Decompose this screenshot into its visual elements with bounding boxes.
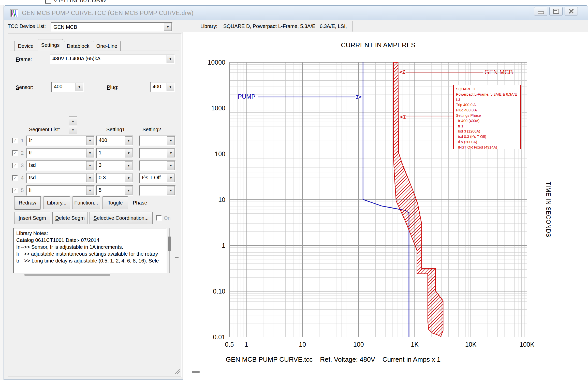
chevron-down-icon[interactable]: ▼ — [167, 136, 175, 145]
chevron-down-icon[interactable]: ▼ — [125, 149, 133, 157]
device-info-box[interactable]: SQUARE D Powerpact L-Frame, 5.3A/E & 6.3… — [453, 85, 521, 149]
segment-number: 4 — [21, 175, 24, 181]
svg-text:100: 100 — [215, 150, 225, 157]
chart-hscrollbar-thumb[interactable] — [192, 371, 200, 373]
restore-button[interactable] — [549, 7, 563, 16]
panel-resize-grip[interactable] — [173, 368, 180, 374]
screen: { "window": { "title": "GEN MCB PUMP CUR… — [0, 0, 588, 380]
svg-text:1000: 1000 — [211, 105, 225, 112]
background-window-strip: VT-1LINE001.DRW — [0, 0, 588, 5]
svg-text:1K: 1K — [411, 341, 419, 348]
chevron-down-icon[interactable]: ▼ — [86, 149, 94, 157]
frame-label: Frame: — [16, 56, 32, 62]
segment-name-combobox[interactable]: Isd ▼ — [26, 160, 95, 171]
chart-footer: GEN MCB PUMP CURVE.tcc Ref. Voltage: 480… — [226, 356, 440, 363]
svg-text:0.5: 0.5 — [225, 341, 234, 348]
device-list-value: GEN MCB — [51, 23, 164, 31]
segment-down-button[interactable]: ▼ — [69, 126, 77, 134]
window-controls — [534, 7, 578, 16]
background-tab-label[interactable]: VT-1LINE001.DRW — [53, 0, 106, 4]
segment-enabled-checkbox[interactable]: ✓ — [12, 138, 18, 143]
notes-scrollbar-mark[interactable] — [175, 257, 179, 258]
segment-number: 2 — [21, 150, 24, 156]
segment-enabled-checkbox[interactable]: ✓ — [12, 175, 18, 181]
redraw-button[interactable]: Redraw — [14, 196, 41, 209]
segment-name-combobox[interactable]: Ii ▼ — [26, 185, 95, 196]
chevron-down-icon[interactable]: ▼ — [125, 174, 133, 182]
setting1-combobox[interactable]: 3 ▼ — [96, 160, 133, 171]
chevron-down-icon[interactable]: ▼ — [86, 174, 94, 182]
sensor-combobox[interactable]: 400 ▼ — [51, 82, 84, 92]
plug-combobox[interactable]: 400 ▼ — [150, 82, 175, 92]
chevron-down-icon[interactable]: ▼ — [167, 149, 175, 157]
setting1-combobox[interactable]: 0.3 ▼ — [96, 173, 133, 183]
delete-segment-button[interactable]: Delete Segm — [52, 212, 87, 224]
svg-text:100: 100 — [353, 341, 364, 348]
restore-icon — [553, 9, 559, 14]
desktop-left-gutter — [0, 5, 4, 380]
svg-text:1: 1 — [222, 242, 225, 249]
tab-settings[interactable]: Settings — [38, 39, 63, 51]
segment-enabled-checkbox[interactable]: ✓ — [12, 188, 18, 193]
segment-name-combobox[interactable]: Ir ▼ — [26, 136, 95, 146]
chevron-down-icon[interactable]: ▼ — [167, 161, 175, 170]
selective-coordination-button[interactable]: Selective Coordination... — [90, 212, 153, 224]
toggle-button[interactable]: Toggle — [102, 196, 128, 209]
pump-curve-label[interactable]: PUMP — [238, 93, 255, 100]
setting1-combobox[interactable]: 1 ▼ — [96, 148, 133, 158]
setting2-combobox[interactable]: ▼ — [139, 148, 175, 158]
library-value: SQUARE D, Powerpact L-Frame, 5.3A/E _6.3… — [223, 23, 347, 29]
chevron-down-icon[interactable]: ▼ — [167, 186, 175, 195]
close-button[interactable] — [565, 7, 578, 16]
chevron-down-icon[interactable]: ▼ — [76, 83, 83, 91]
setting2-header: Setting2 — [142, 127, 161, 133]
minimize-button[interactable] — [534, 7, 547, 16]
setting1-combobox[interactable]: 5 ▼ — [96, 185, 133, 196]
on-checkbox[interactable] — [156, 215, 162, 221]
y-axis-title: TIME IN SECONDS — [545, 182, 552, 237]
gen-mcb-curve-label[interactable]: GEN MCB — [484, 69, 513, 76]
chevron-down-icon[interactable]: ▼ — [164, 23, 172, 31]
chevron-down-icon[interactable]: ▼ — [86, 186, 94, 195]
notes-scrollbar-thumb[interactable] — [168, 237, 171, 251]
setting2-combobox[interactable]: I^s T Off ▼ — [139, 173, 175, 183]
window-title: GEN MCB PUMP CURVE.TCC (GEN MCB PUMP CUR… — [22, 10, 194, 17]
plug-value: 400 — [151, 82, 166, 92]
library-button[interactable]: Library... — [43, 196, 70, 209]
tab-one-line[interactable]: One-Line — [93, 41, 121, 51]
segment-name-combobox[interactable]: tsd ▼ — [26, 173, 95, 183]
segment-name-combobox[interactable]: tr ▼ — [26, 148, 95, 158]
setting2-combobox[interactable]: ▼ — [139, 185, 175, 196]
chevron-down-icon[interactable]: ▼ — [167, 55, 174, 63]
setting1-combobox[interactable]: 400 ▼ — [96, 136, 133, 146]
chevron-down-icon[interactable]: ▼ — [125, 186, 133, 195]
chevron-down-icon[interactable]: ▼ — [125, 136, 133, 145]
tab-device[interactable]: Device — [14, 41, 37, 51]
chevron-down-icon[interactable]: ▼ — [125, 161, 133, 170]
library-notes-box[interactable]: Library Notes:Catalog 0611CT1001 Date:- … — [13, 228, 167, 273]
chevron-down-icon[interactable]: ▼ — [86, 161, 94, 170]
panel-hscrollbar[interactable] — [24, 274, 110, 276]
chevron-down-icon[interactable]: ▼ — [86, 136, 94, 145]
insert-segment-button[interactable]: Insert Segm — [14, 212, 50, 224]
tcc-device-list-combobox[interactable]: GEN MCB ▼ — [51, 22, 172, 32]
chevron-down-icon[interactable]: ▼ — [167, 83, 174, 91]
svg-text:10: 10 — [218, 196, 225, 203]
tab-datablock[interactable]: Datablock — [64, 41, 92, 51]
app-icon — [10, 9, 18, 17]
segment-enabled-checkbox[interactable]: ✓ — [12, 150, 18, 156]
title-bar[interactable]: GEN MCB PUMP CURVE.TCC (GEN MCB PUMP CUR… — [4, 6, 588, 21]
chevron-down-icon[interactable]: ▼ — [167, 174, 175, 182]
function-button[interactable]: Function... — [72, 196, 100, 209]
segment-number: 1 — [21, 138, 24, 143]
frame-combobox[interactable]: 480V LJ 400A (65)kA ▼ — [50, 54, 175, 64]
setting1-header: Setting1 — [106, 127, 125, 133]
segment-enabled-checkbox[interactable]: ✓ — [12, 163, 18, 168]
on-label: On — [164, 215, 171, 221]
svg-text:0.10: 0.10 — [213, 288, 225, 295]
segment-up-button[interactable]: ▲ — [69, 116, 77, 125]
svg-text:100K: 100K — [520, 341, 535, 348]
setting2-combobox[interactable]: ▼ — [139, 136, 175, 146]
setting2-combobox[interactable]: ▼ — [139, 160, 175, 171]
segment-list-label: Segment List: — [29, 127, 60, 133]
